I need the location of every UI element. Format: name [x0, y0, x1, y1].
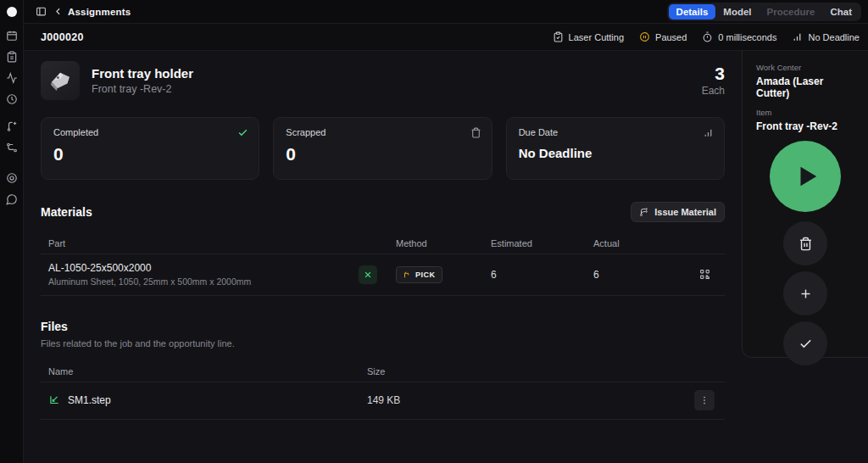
completed-value: 0	[53, 144, 247, 165]
paused-badge-label: Paused	[655, 32, 687, 42]
quantity-value: 3	[702, 64, 725, 83]
status-badges: Laser Cutting Paused 0 milliseconds No D…	[553, 31, 860, 42]
part-title: Front tray holder	[92, 66, 193, 81]
file-name: SM1.step	[68, 394, 111, 406]
col-actual: Actual	[586, 238, 694, 248]
timer-icon	[702, 31, 713, 42]
file-size: 149 KB	[359, 394, 694, 406]
materials-table-header: Part Method Estimated Actual	[41, 232, 725, 254]
clipboard-check-icon	[553, 31, 564, 42]
material-estimated: 6	[483, 269, 586, 281]
tab-chat[interactable]: Chat	[822, 4, 860, 20]
action-buttons	[756, 141, 854, 365]
files-heading: Files	[41, 320, 68, 333]
breadcrumb: Assignments	[68, 7, 131, 17]
item-label: Item	[756, 108, 854, 117]
col-name: Name	[41, 366, 359, 377]
qr-code-icon[interactable]	[694, 265, 715, 285]
check-icon[interactable]	[237, 127, 248, 138]
split-icon	[639, 207, 649, 217]
issue-material-label: Issue Material	[654, 207, 716, 217]
job-number: J000020	[41, 31, 84, 43]
job-header-bar: J000020 Laser Cutting Paused 0 milliseco…	[24, 24, 868, 51]
activity-icon[interactable]	[2, 68, 22, 88]
pick-icon	[403, 271, 411, 279]
bar-chart-icon	[703, 127, 714, 138]
deadline-badge-label: No Deadline	[808, 32, 860, 42]
issue-material-button[interactable]: Issue Material	[631, 202, 725, 222]
work-center-value: Amada (Laser Cutter)	[756, 75, 854, 99]
method-badge: PICK	[396, 266, 442, 283]
item-value: Front tray -Rev-2	[756, 120, 854, 132]
process-badge-label: Laser Cutting	[569, 32, 624, 42]
pause-circle-icon	[639, 31, 650, 42]
col-method: Method	[388, 238, 483, 248]
part-thumbnail[interactable]	[41, 61, 80, 100]
deadline-badge: No Deadline	[792, 31, 860, 42]
sheet-material-icon	[359, 265, 377, 284]
panel-toggle-icon[interactable]	[32, 3, 49, 20]
due-date-label: Due Date	[519, 127, 712, 137]
duration-badge: 0 milliseconds	[702, 31, 776, 42]
tab-procedure[interactable]: Procedure	[760, 4, 823, 20]
main-content: Front tray holder Front tray -Rev-2 3 Ea…	[24, 51, 742, 463]
completed-card: Completed 0	[41, 117, 259, 180]
method-badge-label: PICK	[415, 271, 436, 279]
target-icon[interactable]	[2, 168, 22, 188]
tab-group: Details Model Procedure Chat	[667, 3, 861, 21]
files-description: Files related to the job and the opportu…	[41, 338, 725, 349]
duration-badge-label: 0 milliseconds	[718, 32, 776, 42]
materials-header: Materials Issue Material	[41, 202, 725, 222]
material-row[interactable]: AL-1050-25x500x2000 Aluminum Sheet, 1050…	[41, 254, 725, 296]
materials-heading: Materials	[41, 205, 92, 219]
start-button[interactable]	[770, 141, 841, 212]
files-table-header: Name Size	[41, 360, 725, 382]
scrapped-value: 0	[286, 144, 479, 165]
file-menu-button[interactable]	[694, 390, 715, 410]
process-badge: Laser Cutting	[553, 31, 624, 42]
bar-chart-icon	[792, 31, 803, 42]
material-actual: 6	[586, 269, 694, 281]
col-estimated: Estimated	[483, 238, 586, 248]
clock-icon[interactable]	[2, 89, 22, 109]
trash-icon[interactable]	[470, 127, 481, 138]
work-center-label: Work Center	[756, 63, 854, 72]
part-subtitle: Front tray -Rev-2	[92, 83, 193, 95]
files-table: Name Size SM1.step 149 KB	[41, 360, 725, 420]
col-part: Part	[41, 238, 351, 248]
details-panel: Work Center Amada (Laser Cutter) Item Fr…	[742, 51, 868, 358]
stat-cards: Completed 0 Scrapped 0 Due Date No Deadl…	[41, 117, 725, 180]
complete-button[interactable]	[783, 321, 827, 365]
calendar-icon[interactable]	[2, 25, 22, 46]
materials-table: Part Method Estimated Actual AL-1050-25x…	[41, 232, 725, 296]
delete-button[interactable]	[783, 221, 827, 265]
app-logo	[7, 7, 17, 17]
tab-details[interactable]: Details	[669, 4, 716, 20]
add-button[interactable]	[783, 271, 827, 315]
material-part-name: AL-1050-25x500x2000	[48, 262, 351, 274]
due-date-value: No Deadline	[519, 146, 712, 160]
col-size: Size	[359, 366, 694, 377]
cad-file-icon	[48, 394, 60, 406]
route-add-icon[interactable]	[2, 116, 22, 137]
quantity-unit: Each	[702, 85, 725, 97]
completed-label: Completed	[53, 127, 247, 137]
scrapped-card: Scrapped 0	[273, 117, 492, 180]
chat-bubble-icon[interactable]	[2, 189, 22, 209]
workflow-icon[interactable]	[2, 137, 22, 158]
top-nav: Assignments Details Model Procedure Chat	[24, 0, 868, 24]
back-chevron-icon[interactable]	[49, 3, 66, 20]
files-header: Files	[41, 320, 725, 333]
product-header: Front tray holder Front tray -Rev-2 3 Ea…	[41, 61, 725, 100]
tab-model[interactable]: Model	[715, 4, 759, 20]
due-date-card: Due Date No Deadline	[506, 117, 725, 180]
scrapped-label: Scrapped	[286, 127, 479, 137]
clipboard-icon[interactable]	[2, 47, 22, 67]
paused-badge: Paused	[639, 31, 687, 42]
file-row[interactable]: SM1.step 149 KB	[41, 382, 725, 420]
icon-rail	[0, 0, 24, 463]
material-part-description: Aluminum Sheet, 1050, 25mm x 500mm x 200…	[48, 276, 351, 287]
